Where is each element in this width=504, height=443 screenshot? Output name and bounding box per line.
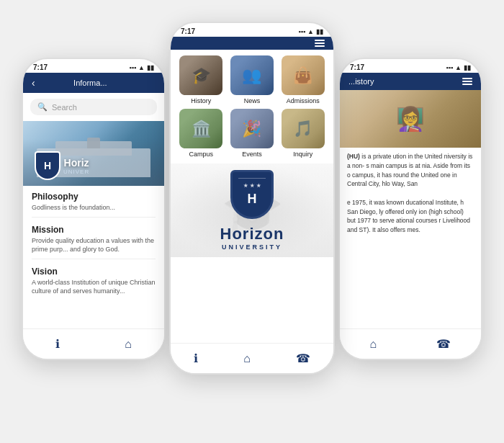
left-bottom-nav: ℹ ⌂ [23, 328, 164, 359]
phone-center: 7:17 ▪▪▪ ▲ ▮▮ 🎓 History [169, 22, 335, 375]
section-mission: Mission Provide quality education a valu… [23, 219, 164, 257]
shield-badge: H [35, 151, 60, 180]
campus-thumb: 🏛️ [179, 109, 222, 148]
campus-image: H Horiz UNIVER [23, 121, 164, 186]
grid-item-history[interactable]: 🎓 History [178, 55, 225, 104]
center-status-bar: 7:17 ▪▪▪ ▲ ▮▮ [171, 23, 333, 37]
left-nav-title: Informa... [73, 79, 107, 87]
history-thumb: 🎓 [179, 55, 222, 95]
section-philosophy: Philosophy Godliness is the foundation..… [23, 186, 164, 215]
left-nav-bar: ‹ Informa... [23, 73, 164, 93]
right-text-content: (HU) is a private ution in the United ni… [340, 148, 481, 239]
phone-left: 7:17 ▪▪▪ ▲ ▮▮ ‹ Informa... 🔍 Search [22, 58, 166, 360]
center-splash: 🎓 ★ ★ ★ H Horizon UNIVERSITY [171, 164, 333, 257]
left-status-icons: ▪▪▪ ▲ ▮▮ [130, 64, 155, 71]
info-icon-center[interactable]: ℹ [194, 352, 198, 365]
horizon-logo: ★ ★ ★ H Horizon UNIVERSITY [220, 170, 284, 251]
phone-icon-right[interactable]: ☎ [436, 337, 451, 351]
grid-item-inquiry[interactable]: 🎵 Inquiry [279, 109, 326, 158]
center-time: 7:17 [181, 27, 195, 35]
section-vision: Vision A world-class Institution of uniq… [23, 261, 164, 299]
right-status-bar: 7:17 ▪▪▪ ▲ ▮▮ [340, 59, 481, 73]
back-icon[interactable]: ‹ [32, 77, 35, 89]
grid-item-campus[interactable]: 🏛️ Campus [178, 109, 225, 158]
scene: 7:17 ▪▪▪ ▲ ▮▮ ‹ Informa... 🔍 Search [0, 0, 504, 443]
search-placeholder: Search [52, 103, 77, 112]
inquiry-label: Inquiry [293, 151, 312, 158]
home-icon-right[interactable]: ⌂ [370, 338, 377, 351]
inquiry-thumb: 🎵 [282, 109, 325, 148]
center-grid: 🎓 History 👥 News 👜 Admissions 🏛️ [171, 50, 333, 164]
search-icon: 🔍 [37, 102, 48, 112]
left-sections: Philosophy Godliness is the foundation..… [23, 186, 164, 299]
divider-2 [32, 259, 156, 259]
phone-right: 7:17 ▪▪▪ ▲ ▮▮ ...istory 👩‍🏫 (HU) is a pr [338, 58, 482, 360]
right-header-img: 👩‍🏫 [340, 90, 481, 148]
campus-subtitle: UNIVER [63, 169, 89, 175]
right-status-icons: ▪▪▪ ▲ ▮▮ [446, 64, 472, 71]
events-thumb: 🎉 [230, 109, 274, 148]
vision-title: Vision [32, 267, 156, 277]
mission-text: Provide quality education a values with … [32, 236, 156, 254]
home-icon[interactable]: ⌂ [125, 338, 132, 351]
admissions-label: Admissions [287, 97, 320, 104]
center-top-bar [171, 37, 333, 50]
home-icon-center[interactable]: ⌂ [243, 352, 251, 365]
mission-title: Mission [32, 225, 156, 235]
horizon-sub: UNIVERSITY [222, 243, 282, 251]
campus-label: Campus [189, 151, 214, 158]
center-bottom-nav: ℹ ⌂ ☎ [171, 343, 333, 373]
left-status-bar: 7:17 ▪▪▪ ▲ ▮▮ [23, 59, 164, 73]
admissions-thumb: 👜 [282, 55, 325, 95]
events-label: Events [242, 151, 262, 158]
campus-title: Horiz [63, 157, 89, 169]
right-bottom-nav: ⌂ ☎ [340, 328, 481, 359]
grid-item-news[interactable]: 👥 News [229, 55, 276, 104]
news-label: News [244, 97, 261, 104]
right-time: 7:17 [350, 63, 364, 71]
horizon-shield: ★ ★ ★ H [230, 170, 274, 219]
grid-item-admissions[interactable]: 👜 Admissions [279, 55, 326, 104]
divider-1 [32, 217, 156, 218]
right-nav-bar: ...istory [340, 73, 481, 90]
horizon-title: Horizon [220, 225, 284, 243]
vision-text: A world-class Institution of unique Chri… [32, 278, 156, 296]
history-label: History [191, 97, 211, 104]
grid-item-events[interactable]: 🎉 Events [229, 109, 276, 158]
center-status-icons: ▪▪▪ ▲ ▮▮ [299, 28, 324, 35]
right-hamburger[interactable] [462, 78, 472, 85]
hamburger-icon[interactable] [315, 40, 325, 47]
info-icon[interactable]: ℹ [55, 337, 60, 351]
philosophy-text: Godliness is the foundation... [32, 203, 156, 212]
phone-icon-center[interactable]: ☎ [296, 352, 310, 365]
shield-letter: H [247, 192, 256, 207]
search-bar[interactable]: 🔍 Search [30, 99, 157, 115]
left-time: 7:17 [33, 63, 48, 71]
philosophy-title: Philosophy [32, 192, 156, 202]
news-thumb: 👥 [230, 55, 274, 95]
right-nav-title: ...istory [348, 77, 374, 86]
aside-text: Aside from its [433, 162, 471, 169]
